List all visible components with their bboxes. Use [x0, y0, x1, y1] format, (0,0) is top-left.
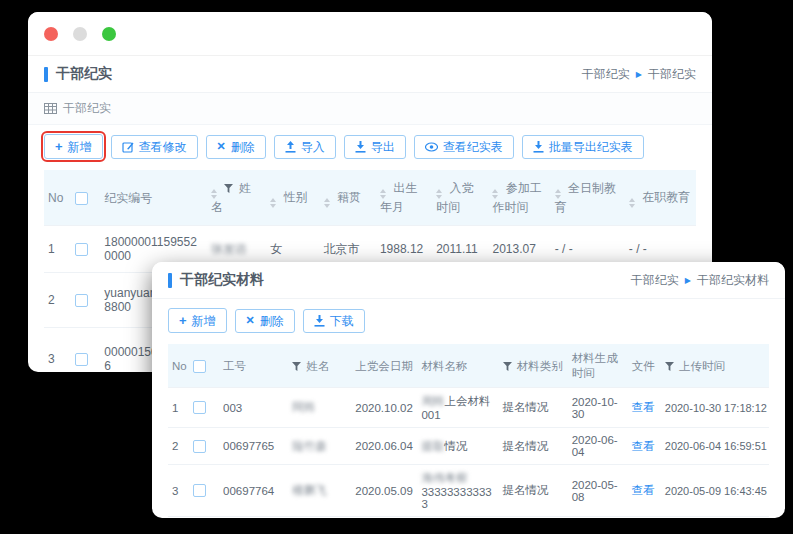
batch-export-record-sheet-button[interactable]: 批量导出纪实表	[522, 135, 644, 159]
sort-icon[interactable]	[492, 189, 498, 199]
maximize-window-button[interactable]	[102, 27, 116, 41]
sort-icon[interactable]	[380, 189, 386, 199]
sort-icon[interactable]	[270, 198, 276, 208]
download-icon	[314, 315, 325, 327]
employee-id-cell: 00697764	[219, 517, 288, 519]
column-header[interactable]: 籍贯	[320, 170, 376, 226]
minimize-window-button[interactable]	[73, 27, 87, 41]
row-checkbox[interactable]	[193, 484, 206, 497]
breadcrumb-root[interactable]: 干部纪实	[631, 272, 679, 289]
column-header[interactable]: 上党会日期	[351, 344, 417, 388]
column-header[interactable]	[71, 170, 101, 226]
column-label: 上传时间	[679, 360, 725, 372]
column-label: 姓名	[306, 360, 329, 372]
column-header[interactable]: 纪实编号	[100, 170, 207, 226]
sort-icon[interactable]	[436, 189, 442, 199]
close-icon: ✕	[217, 141, 226, 152]
generated-date-cell: 2020-05-08	[568, 465, 628, 517]
material-name-cell: 海伟考察333333333333	[417, 465, 498, 517]
filter-icon[interactable]	[224, 184, 233, 193]
add-button[interactable]: + 新增	[168, 308, 227, 333]
import-button[interactable]: 导入	[274, 135, 336, 159]
column-label: 全日制教育	[555, 181, 616, 214]
row-checkbox[interactable]	[75, 353, 88, 366]
filter-icon[interactable]	[503, 362, 512, 371]
view-file-link[interactable]: 查看	[632, 484, 655, 496]
sort-icon[interactable]	[211, 189, 217, 199]
delete-button[interactable]: ✕ 删除	[235, 309, 295, 333]
column-header[interactable]: 材料名称	[417, 344, 498, 388]
employee-id-cell: 00697765	[219, 428, 288, 465]
view-record-sheet-button[interactable]: 查看纪实表	[414, 135, 514, 159]
back-toolbar: + 新增 查看修改 ✕ 删除 导入 导出	[28, 125, 712, 166]
table-row[interactable]: 2 00697765 陆竹森 2020.06.04 提取情况 提名情况 2020…	[168, 428, 769, 465]
column-header[interactable]: 工号	[219, 344, 288, 388]
column-header[interactable]	[189, 344, 219, 388]
row-checkbox[interactable]	[75, 243, 88, 256]
row-checkbox[interactable]	[193, 440, 206, 453]
column-label: No	[172, 360, 187, 372]
sort-icon[interactable]	[324, 198, 330, 208]
front-table-header-row: No 工号	[168, 344, 769, 388]
meeting-date-cell: 2020.06.04	[351, 428, 417, 465]
column-header[interactable]: 参加工作时间	[488, 170, 550, 226]
view-edit-button[interactable]: 查看修改	[111, 135, 198, 159]
title-accent-bar	[44, 67, 48, 82]
column-header[interactable]: 在职教育	[625, 170, 696, 226]
name-cell-redacted: 楼鹏飞	[292, 484, 327, 496]
column-header[interactable]: 姓名	[207, 170, 266, 226]
sort-icon[interactable]	[555, 189, 561, 199]
plus-icon: +	[55, 140, 63, 153]
export-button[interactable]: 导出	[344, 135, 406, 159]
column-label: 材料生成时间	[572, 352, 618, 379]
row-checkbox[interactable]	[193, 401, 206, 414]
upload-time-cell: 2020-06-04 16:59:51	[661, 428, 769, 465]
column-header[interactable]: No	[44, 170, 71, 226]
filter-icon[interactable]	[292, 362, 301, 371]
row-number: 4	[168, 517, 189, 519]
breadcrumb-root[interactable]: 干部纪实	[582, 66, 630, 83]
meeting-date-cell: 2020.05.09	[351, 465, 417, 517]
select-all-checkbox[interactable]	[75, 192, 88, 205]
employee-id-cell: 003	[219, 388, 288, 428]
column-header[interactable]: 上传时间	[661, 344, 769, 388]
upload-time-cell: 2020-05-09 16:43:45	[661, 465, 769, 517]
column-header[interactable]: 文件	[628, 344, 661, 388]
close-window-button[interactable]	[44, 27, 58, 41]
column-header[interactable]: 材料类别	[499, 344, 568, 388]
breadcrumb-arrow-icon: ▶	[685, 276, 691, 285]
column-header[interactable]: No	[168, 344, 189, 388]
eye-icon	[425, 142, 438, 152]
material-name-cell: 通用测试	[417, 517, 498, 519]
column-header[interactable]: 出生年月	[376, 170, 432, 226]
view-file-link[interactable]: 查看	[632, 440, 655, 452]
column-header[interactable]: 材料生成时间	[568, 344, 628, 388]
row-number: 1	[168, 388, 189, 428]
front-panel-header: 干部纪实材料 干部纪实 ▶ 干部纪实材料	[152, 262, 785, 299]
row-number: 3	[168, 465, 189, 517]
column-header[interactable]: 入党时间	[432, 170, 488, 226]
column-header[interactable]: 性别	[266, 170, 319, 226]
page-title: 干部纪实材料	[180, 271, 264, 289]
row-checkbox[interactable]	[75, 294, 88, 307]
column-header[interactable]: 姓名	[288, 344, 351, 388]
window-titlebar	[28, 12, 712, 56]
download-icon	[355, 141, 366, 153]
row-number: 3	[44, 328, 71, 373]
sort-icon[interactable]	[629, 198, 635, 208]
filter-icon[interactable]	[665, 362, 674, 371]
column-label: 材料名称	[421, 360, 467, 372]
column-header[interactable]: 全日制教育	[551, 170, 625, 226]
table-row[interactable]: 3 00697764 楼鹏飞 2020.05.09 海伟考察3333333333…	[168, 465, 769, 517]
column-label: 性别	[284, 190, 308, 204]
select-all-checkbox[interactable]	[193, 360, 206, 373]
column-label: 文件	[632, 360, 655, 372]
row-number: 1	[44, 226, 71, 273]
download-button[interactable]: 下载	[303, 309, 365, 333]
delete-button[interactable]: ✕ 删除	[206, 135, 266, 159]
table-row[interactable]: 1 003 阿炜 2020.10.02 周炜上会材料001 提名情况 2020-…	[168, 388, 769, 428]
upload-time-cell: 2020-03-04 13:44:28	[661, 517, 769, 519]
add-button[interactable]: + 新增	[44, 134, 103, 159]
table-row[interactable]: 4 00697764 温鹏飞 2020.03.03 通用测试 民主推荐情况 20…	[168, 517, 769, 519]
view-file-link[interactable]: 查看	[632, 401, 655, 413]
